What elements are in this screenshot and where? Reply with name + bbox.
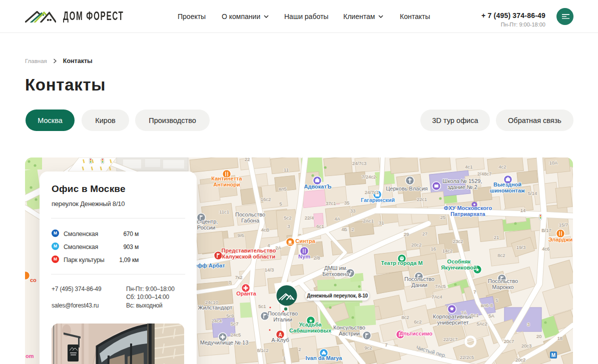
svg-text:АдвокатЪ: АдвокатЪ	[304, 184, 332, 190]
svg-text:7: 7	[385, 342, 387, 348]
svg-text:24с10: 24с10	[205, 300, 218, 305]
svg-text:Жилстандарт: Жилстандарт	[198, 304, 233, 310]
svg-text:Якунчиковой: Якунчиковой	[441, 264, 477, 270]
svg-text:Австрии: Австрии	[339, 330, 360, 336]
svg-text:4А: 4А	[334, 216, 340, 222]
svg-text:4с2: 4с2	[498, 164, 506, 170]
svg-text:4с6: 4с6	[542, 246, 549, 252]
svg-text:5с2: 5с2	[284, 215, 291, 220]
svg-text:В/17: В/17	[541, 228, 551, 233]
svg-text:24с4: 24с4	[212, 318, 222, 324]
svg-text:14с2: 14с2	[442, 248, 453, 254]
svg-text:Бетховена: Бетховена	[322, 271, 349, 277]
svg-text:Корпоративный: Корпоративный	[433, 314, 473, 320]
svg-text:здание № 2: здание № 2	[447, 184, 477, 190]
svg-text:А: А	[278, 332, 282, 338]
svg-text:3: 3	[287, 224, 290, 229]
svg-text:А-Клуб: А-Клуб	[271, 337, 289, 343]
svg-text:27: 27	[422, 231, 428, 236]
svg-text:Гагаринский: Гагаринский	[361, 197, 395, 203]
svg-text:Габона: Габона	[241, 218, 260, 224]
svg-text:вл5: вл5	[279, 186, 287, 192]
svg-text:5/14: 5/14	[528, 190, 537, 196]
svg-text:7: 7	[473, 289, 476, 294]
svg-text:Оранта: Оранта	[236, 290, 256, 296]
svg-text:37с1: 37с1	[326, 200, 336, 206]
svg-text:24/7с3: 24/7с3	[352, 160, 367, 166]
svg-text:ДМШ им.: ДМШ им.	[324, 265, 348, 271]
svg-text:16: 16	[431, 246, 436, 252]
svg-text:9/6: 9/6	[237, 232, 244, 238]
svg-text:вл6-8: вл6-8	[481, 302, 493, 308]
svg-text:2/48с7: 2/48с7	[477, 171, 492, 176]
svg-text:7Ас4: 7Ас4	[431, 294, 442, 300]
svg-text:Медучилище № 13: Медучилище № 13	[200, 340, 249, 346]
svg-text:11с1: 11с1	[219, 209, 229, 214]
svg-text:1: 1	[283, 355, 285, 360]
svg-text:университет: университет	[437, 320, 468, 326]
svg-text:25: 25	[440, 214, 446, 220]
svg-text:5с9: 5с9	[226, 313, 234, 318]
svg-text:кс-центр,: кс-центр,	[195, 218, 218, 224]
svg-text:18: 18	[557, 336, 563, 341]
svg-text:со: со	[30, 277, 37, 283]
svg-text:2А: 2А	[275, 245, 281, 250]
svg-text:5с7: 5с7	[231, 321, 238, 326]
svg-text:ФХУ Московского: ФХУ Московского	[444, 205, 492, 211]
svg-text:15/7: 15/7	[559, 222, 568, 228]
svg-text:4с1: 4с1	[465, 164, 472, 170]
svg-text:5: 5	[279, 201, 282, 206]
svg-text:Альтиссимо: Альтиссимо	[399, 330, 433, 336]
svg-text:20: 20	[536, 334, 542, 339]
svg-text:22/4: 22/4	[305, 215, 314, 220]
svg-text:35: 35	[344, 200, 350, 206]
svg-text:33: 33	[350, 208, 356, 214]
svg-text:22/2с5: 22/2с5	[460, 354, 474, 360]
svg-text:Посольство: Посольство	[268, 310, 298, 316]
svg-text:Представительство: Представительство	[222, 248, 276, 254]
svg-text:Выездной: Выездной	[493, 182, 521, 188]
svg-text:16с2: 16с2	[261, 196, 271, 202]
svg-text:om: om	[26, 353, 34, 359]
svg-text:2: 2	[298, 346, 301, 352]
svg-text:5Ас2: 5Ас2	[476, 321, 487, 326]
svg-text:7к2: 7к2	[235, 274, 243, 280]
svg-text:2: 2	[351, 226, 354, 232]
svg-text:Nym: Nym	[298, 254, 310, 260]
svg-text:5с1: 5с1	[258, 304, 266, 309]
svg-text:Калужской области: Калужской области	[222, 254, 275, 260]
svg-text:Денежный переулок, 8-10: Денежный переулок, 8-10	[307, 293, 368, 298]
svg-text:Патриархата: Патриархата	[450, 211, 485, 217]
svg-text:14/3: 14/3	[265, 267, 274, 272]
svg-text:Кантинетта: Кантинетта	[211, 176, 242, 182]
svg-text:Посольство: Посольство	[235, 212, 265, 218]
svg-text:22с1: 22с1	[417, 196, 427, 202]
svg-text:Эларджи: Эларджи	[548, 236, 573, 242]
svg-text:Посольство: Посольство	[488, 278, 518, 284]
svg-text:2/8: 2/8	[313, 255, 320, 260]
svg-text:Ivan da Marya: Ivan da Marya	[306, 355, 343, 361]
svg-text:20с7: 20с7	[504, 338, 514, 344]
svg-text:8с2: 8с2	[497, 252, 505, 258]
svg-text:24с5: 24с5	[231, 332, 241, 338]
svg-text:России: России	[197, 224, 215, 230]
svg-text:4Б: 4Б	[341, 226, 347, 232]
svg-text:10А: 10А	[549, 160, 558, 166]
svg-text:7Ас5: 7Ас5	[435, 284, 446, 289]
svg-text:9с2: 9с2	[364, 345, 372, 350]
svg-text:8с2: 8с2	[401, 314, 409, 320]
svg-text:19/3: 19/3	[516, 244, 526, 250]
svg-text:M: M	[551, 352, 555, 358]
svg-text:20с2: 20с2	[515, 357, 526, 362]
svg-text:Синтра: Синтра	[295, 238, 315, 244]
svg-text:5А: 5А	[488, 313, 494, 318]
svg-text:шиномонтаж: шиномонтаж	[490, 188, 525, 194]
svg-text:5: 5	[495, 298, 498, 303]
svg-text:Усадьба: Усадьба	[299, 322, 322, 328]
svg-text:5с1: 5с1	[471, 312, 478, 318]
svg-text:7А: 7А	[461, 310, 467, 316]
svg-text:6с2: 6с2	[414, 319, 421, 324]
svg-text:2Ас1: 2Ас1	[363, 218, 374, 224]
svg-text:Особняк: Особняк	[447, 258, 471, 264]
svg-text:14: 14	[520, 208, 526, 213]
